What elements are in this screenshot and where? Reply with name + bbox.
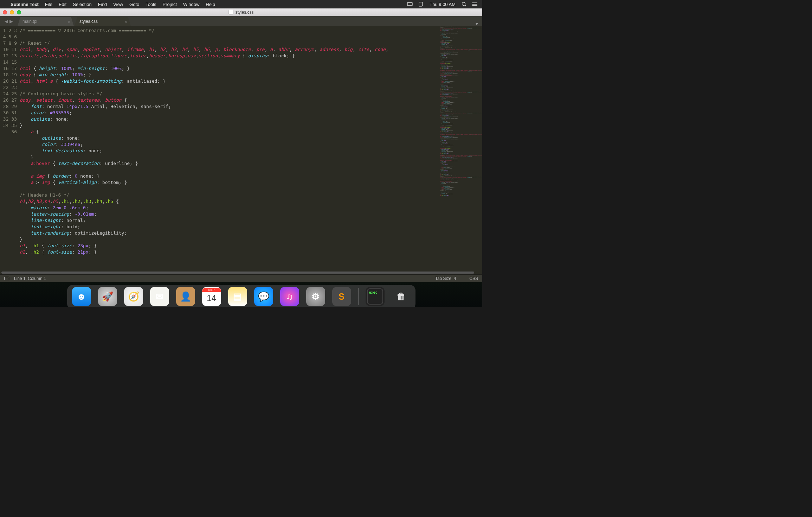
cursor-position[interactable]: Line 1, Column 1 (14, 276, 46, 281)
dock-messages-icon[interactable]: 💬 (254, 287, 273, 306)
scripts-icon[interactable] (418, 1, 424, 7)
svg-point-9 (472, 5, 473, 6)
line-number-gutter: 1 2 3 4 5 6 7 8 9 10 11 12 13 14 15 16 1… (0, 26, 20, 271)
horizontal-scrollbar[interactable] (0, 271, 482, 274)
svg-point-7 (472, 2, 473, 3)
menu-view[interactable]: View (113, 2, 123, 7)
dock-calendar-icon[interactable]: SEP14 (202, 287, 221, 306)
forward-icon[interactable]: ▶ (9, 19, 13, 24)
tab-dropdown-icon[interactable]: ▼ (471, 22, 482, 26)
back-icon[interactable]: ◀ (5, 19, 8, 24)
app-name[interactable]: Sublime Text (11, 2, 39, 7)
macos-menubar: Sublime Text File Edit Selection Find Vi… (0, 0, 482, 8)
svg-line-3 (465, 5, 466, 6)
tab-main-tpl[interactable]: main.tpl × (18, 17, 74, 26)
dock-notes-icon[interactable]: ▤ (228, 287, 247, 306)
dock-contacts-icon[interactable]: 👤 (176, 287, 195, 306)
window-title: styles.css (235, 10, 253, 15)
dock-preferences-icon[interactable]: ⚙︎ (306, 287, 325, 306)
menu-project[interactable]: Project (163, 2, 177, 7)
dock-divider (358, 288, 359, 305)
dock: ☻🚀🧭✉︎👤SEP14▤💬♫⚙︎Sexec🗑 (67, 285, 415, 307)
tab-size[interactable]: Tab Size: 4 (435, 276, 456, 281)
clock[interactable]: Thu 9:00 AM (430, 2, 456, 7)
menu-help[interactable]: Help (206, 2, 215, 7)
editor-area: 1 2 3 4 5 6 7 8 9 10 11 12 13 14 15 16 1… (0, 26, 482, 271)
scrollbar-thumb[interactable] (1, 272, 474, 274)
window-titlebar: styles.css (0, 8, 482, 16)
minimize-window-button[interactable] (10, 10, 14, 14)
close-tab-icon[interactable]: × (67, 19, 70, 24)
dock-safari-icon[interactable]: 🧭 (124, 287, 143, 306)
menu-list-icon[interactable] (472, 1, 478, 7)
menu-tools[interactable]: Tools (146, 2, 156, 7)
spotlight-icon[interactable] (461, 1, 467, 7)
dock-launchpad-icon[interactable]: 🚀 (98, 287, 117, 306)
tab-styles-css[interactable]: styles.css × (75, 17, 131, 26)
code-content[interactable]: /* ========== © 2016 Centroarts.com ====… (20, 26, 440, 271)
menu-find[interactable]: Find (98, 2, 107, 7)
dock-finder-icon[interactable]: ☻ (72, 287, 91, 306)
svg-rect-1 (409, 6, 411, 6)
dock-terminal-icon[interactable]: exec (366, 287, 385, 306)
close-window-button[interactable] (3, 10, 7, 14)
close-tab-icon[interactable]: × (124, 19, 127, 24)
svg-point-2 (462, 2, 465, 5)
dock-sublime-icon[interactable]: S (332, 287, 351, 306)
tab-label: main.tpl (22, 19, 37, 24)
display-icon[interactable] (407, 1, 413, 7)
menu-selection[interactable]: Selection (73, 2, 91, 7)
file-icon (228, 10, 233, 14)
panel-switcher-icon[interactable] (4, 277, 9, 280)
svg-rect-0 (407, 2, 412, 6)
dock-itunes-icon[interactable]: ♫ (280, 287, 299, 306)
syntax-mode[interactable]: CSS (469, 276, 478, 281)
menu-file[interactable]: File (45, 2, 52, 7)
tab-bar: ◀ ▶ main.tpl × styles.css × ▼ (0, 16, 482, 26)
status-bar: Line 1, Column 1 Tab Size: 4 CSS (0, 274, 482, 282)
desktop-dock-area: ☻🚀🧭✉︎👤SEP14▤💬♫⚙︎Sexec🗑 (0, 282, 482, 307)
zoom-window-button[interactable] (17, 10, 21, 14)
menu-goto[interactable]: Goto (129, 2, 139, 7)
tab-history-nav[interactable]: ◀ ▶ (0, 16, 18, 26)
dock-trash-icon[interactable]: 🗑 (392, 287, 411, 306)
dock-mail-icon[interactable]: ✉︎ (150, 287, 169, 306)
menu-window[interactable]: Window (183, 2, 199, 7)
svg-point-8 (472, 4, 473, 5)
minimap[interactable]: /* ========== © 2016 Centroarts.com ====… (440, 26, 482, 271)
tab-label: styles.css (79, 19, 98, 24)
menu-edit[interactable]: Edit (59, 2, 66, 7)
